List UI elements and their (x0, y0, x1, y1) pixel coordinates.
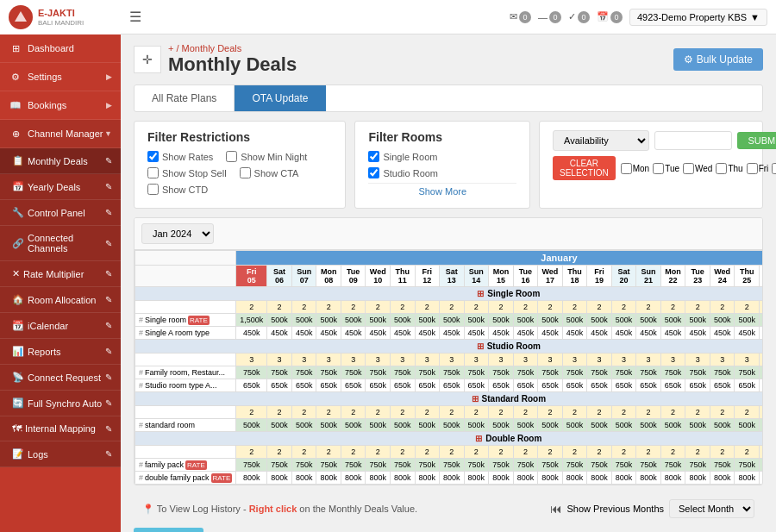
cell-0-1-0[interactable]: 450k (236, 327, 267, 340)
cell-3-0-17[interactable]: 750k (660, 459, 685, 472)
avail-cell-3-4[interactable]: 2 (341, 446, 366, 459)
avail-cell-0-13[interactable]: 2 (562, 301, 587, 314)
cell-2-0-5[interactable]: 500k (366, 419, 391, 432)
cell-0-1-14[interactable]: 450k (587, 327, 612, 340)
checkbox-single-room[interactable] (368, 151, 379, 162)
cell-3-1-12[interactable]: 800k (538, 472, 563, 485)
cell-3-0-7[interactable]: 750k (415, 459, 440, 472)
tab-ota-update[interactable]: OTA Update (235, 85, 325, 111)
cell-2-0-10[interactable]: 500k (489, 419, 514, 432)
avail-cell-2-15[interactable]: 2 (611, 406, 636, 419)
sidebar-item-control-panel[interactable]: 🔧 Control Panel ✎ (0, 200, 121, 226)
avail-cell-0-4[interactable]: 2 (341, 301, 366, 314)
cell-0-1-4[interactable]: 450k (341, 327, 366, 340)
sidebar-item-monthly-deals[interactable]: 📋 Monthly Deals ✎ (0, 148, 121, 174)
avail-cell-2-8[interactable]: 2 (440, 406, 465, 419)
avail-cell-0-11[interactable]: 2 (513, 301, 538, 314)
cell-3-1-2[interactable]: 800k (291, 472, 316, 485)
cell-1-0-13[interactable]: 750k (562, 366, 587, 379)
cell-2-0-2[interactable]: 500k (291, 419, 316, 432)
avail-cell-3-8[interactable]: 2 (440, 446, 465, 459)
avail-cell-0-19[interactable]: 2 (710, 301, 735, 314)
cell-1-1-1[interactable]: 650k (267, 379, 292, 392)
avail-cell-1-18[interactable]: 3 (685, 354, 710, 366)
cell-0-1-12[interactable]: 450k (538, 327, 563, 340)
avail-cell-3-15[interactable]: 2 (611, 446, 636, 459)
avail-cell-0-2[interactable]: 2 (291, 301, 316, 314)
cell-3-1-6[interactable]: 800k (391, 472, 416, 485)
cell-0-1-10[interactable]: 450k (489, 327, 514, 340)
avail-cell-1-3[interactable]: 3 (316, 354, 341, 366)
cell-1-0-7[interactable]: 750k (415, 366, 440, 379)
avail-cell-1-10[interactable]: 3 (489, 354, 514, 366)
cell-1-0-6[interactable]: 750k (391, 366, 416, 379)
sidebar-item-dashboard[interactable]: ⊞ Dashboard (0, 34, 121, 63)
cell-1-0-12[interactable]: 750k (538, 366, 563, 379)
avail-cell-2-0[interactable]: 2 (236, 406, 267, 419)
avail-cell-3-9[interactable]: 2 (464, 446, 489, 459)
cell-0-1-15[interactable]: 450k (611, 327, 636, 340)
hamburger-icon[interactable]: ☰ (129, 9, 141, 25)
cell-0-0-4[interactable]: 500k (341, 314, 366, 327)
sidebar-item-channel-manager[interactable]: ⊕ Channel Manager ▼ (0, 120, 121, 148)
cell-0-0-13[interactable]: 500k (562, 314, 587, 327)
avail-cell-1-16[interactable]: 3 (636, 354, 661, 366)
cell-2-0-7[interactable]: 500k (415, 419, 440, 432)
cell-3-1-14[interactable]: 800k (587, 472, 612, 485)
cell-0-0-8[interactable]: 500k (440, 314, 465, 327)
cell-0-1-13[interactable]: 450k (562, 327, 587, 340)
cell-0-0-16[interactable]: 500k (636, 314, 661, 327)
cell-1-0-11[interactable]: 750k (513, 366, 538, 379)
cell-1-1-8[interactable]: 650k (440, 379, 465, 392)
avail-cell-3-17[interactable]: 2 (660, 446, 685, 459)
cell-0-1-21[interactable]: 450k (759, 327, 762, 340)
cell-0-1-5[interactable]: 450k (366, 327, 391, 340)
check-show-cta[interactable]: Show CTA (240, 167, 299, 178)
avail-cell-0-16[interactable]: 2 (636, 301, 661, 314)
cell-1-0-14[interactable]: 750k (587, 366, 612, 379)
sidebar-item-settings[interactable]: ⚙ Settings ▶ (0, 63, 121, 91)
avail-cell-2-5[interactable]: 2 (366, 406, 391, 419)
avail-cell-1-2[interactable]: 3 (291, 354, 316, 366)
availability-select[interactable]: Availability Min Night Stop Sell (553, 130, 649, 151)
avail-cell-0-15[interactable]: 2 (611, 301, 636, 314)
cell-3-1-20[interactable]: 800k (735, 472, 760, 485)
cell-2-0-8[interactable]: 500k (440, 419, 465, 432)
cell-1-0-2[interactable]: 750k (291, 366, 316, 379)
avail-cell-3-14[interactable]: 2 (587, 446, 612, 459)
cell-3-1-21[interactable]: 800k (759, 472, 762, 485)
avail-cell-2-4[interactable]: 2 (341, 406, 366, 419)
cell-1-0-10[interactable]: 750k (489, 366, 514, 379)
cell-0-0-10[interactable]: 500k (489, 314, 514, 327)
cell-2-0-20[interactable]: 500k (735, 419, 760, 432)
avail-cell-2-13[interactable]: 2 (562, 406, 587, 419)
cell-0-1-3[interactable]: 450k (316, 327, 341, 340)
cell-1-0-16[interactable]: 750k (636, 366, 661, 379)
cell-0-0-5[interactable]: 500k (366, 314, 391, 327)
cb-thu[interactable] (716, 163, 727, 174)
avail-cell-2-19[interactable]: 2 (710, 406, 735, 419)
avail-cell-1-15[interactable]: 3 (611, 354, 636, 366)
cell-1-1-15[interactable]: 650k (611, 379, 636, 392)
avail-cell-3-13[interactable]: 2 (562, 446, 587, 459)
cell-3-0-0[interactable]: 750k (236, 459, 267, 472)
cell-2-0-17[interactable]: 500k (660, 419, 685, 432)
avail-cell-0-5[interactable]: 2 (366, 301, 391, 314)
cell-2-0-19[interactable]: 500k (710, 419, 735, 432)
cell-0-1-6[interactable]: 450k (391, 327, 416, 340)
avail-cell-1-14[interactable]: 3 (587, 354, 612, 366)
avail-cell-2-16[interactable]: 2 (636, 406, 661, 419)
avail-cell-1-8[interactable]: 3 (440, 354, 465, 366)
cell-0-0-12[interactable]: 500k (538, 314, 563, 327)
avail-cell-2-12[interactable]: 2 (538, 406, 563, 419)
cell-3-0-6[interactable]: 750k (391, 459, 416, 472)
cb-sat[interactable] (772, 163, 776, 174)
cell-3-1-13[interactable]: 800k (562, 472, 587, 485)
cell-0-1-19[interactable]: 450k (710, 327, 735, 340)
check-studio-room[interactable]: Studio Room (368, 167, 438, 178)
cell-1-1-16[interactable]: 650k (636, 379, 661, 392)
cell-1-1-17[interactable]: 650k (660, 379, 685, 392)
avail-cell-3-10[interactable]: 2 (489, 446, 514, 459)
cell-0-1-16[interactable]: 450k (636, 327, 661, 340)
sidebar-item-internal-mapping[interactable]: 🗺 Internal Mapping ✎ (0, 416, 121, 441)
